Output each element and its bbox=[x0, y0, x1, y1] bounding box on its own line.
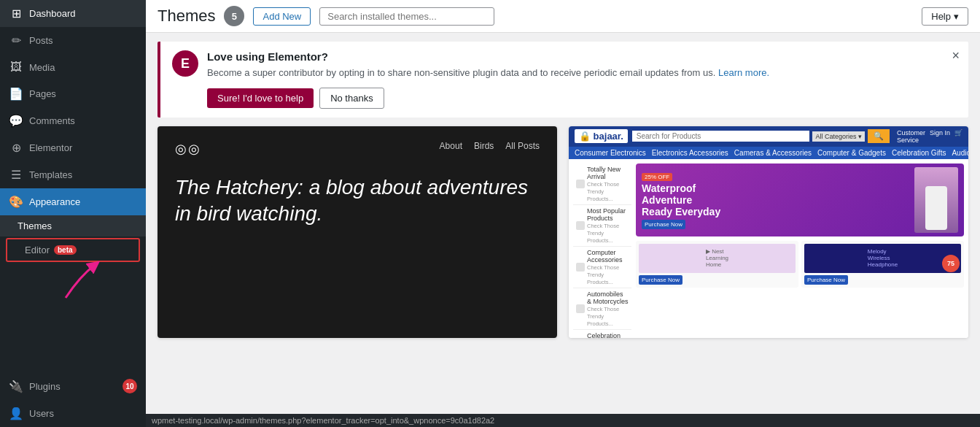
templates-icon: ☰ bbox=[9, 168, 23, 182]
theme-card-hatchery[interactable]: ◎◎ About Birds All Posts The Hatchery: a… bbox=[158, 126, 557, 338]
notice-content: Love using Elementor? Become a super con… bbox=[207, 50, 957, 109]
bajaar-cat-1: Totally New ArrivalCheck Those Trendy Pr… bbox=[573, 164, 631, 205]
hatchery-preview: ◎◎ About Birds All Posts The Hatchery: a… bbox=[158, 126, 557, 338]
status-url: wpmet-testing.local/wp-admin/themes.php?… bbox=[152, 416, 494, 425]
hatchery-nav-birds: Birds bbox=[474, 141, 494, 157]
notice-text: Become a super contributor by opting in … bbox=[207, 66, 957, 80]
hatchery-logo: ◎◎ bbox=[175, 141, 201, 157]
bajaar-discount-badge: 25% OFF bbox=[642, 173, 672, 181]
themes-grid: ◎◎ About Birds All Posts The Hatchery: a… bbox=[146, 126, 980, 350]
bajaar-banner-text: 25% OFF WaterproofAdventureReady Everyda… bbox=[642, 170, 909, 229]
bajaar-header-links: CustomerService Sign In 🛒 bbox=[897, 129, 962, 144]
add-new-button[interactable]: Add New bbox=[253, 7, 311, 26]
bajaar-banner: 25% OFF WaterproofAdventureReady Everyda… bbox=[636, 164, 964, 236]
bajaar-content: Totally New ArrivalCheck Those Trendy Pr… bbox=[569, 159, 968, 338]
bajaar-nav-computer: Computer & Gadgets bbox=[817, 149, 886, 157]
sidebar-subitem-editor-beta[interactable]: Editor beta bbox=[6, 238, 140, 262]
chevron-down-icon: ▾ bbox=[954, 11, 959, 22]
bajaar-cat-2: Most Popular ProductsCheck Those Trendy … bbox=[573, 205, 631, 247]
opt-in-button[interactable]: Sure! I'd love to help bbox=[207, 88, 314, 108]
sidebar-subitem-themes[interactable]: Themes bbox=[0, 215, 146, 236]
bajaar-search-input bbox=[632, 131, 810, 142]
sidebar: ⊞ Dashboard ✏ Posts 🖼 Media 📄 Pages 💬 Co… bbox=[0, 0, 146, 427]
plugins-badge: 10 bbox=[122, 379, 137, 393]
bajaar-header: 🔒 bajaar. All Categories ▾ 🔍 CustomerSer… bbox=[569, 126, 968, 147]
hatchery-nav-about: About bbox=[440, 141, 462, 157]
sidebar-item-dashboard[interactable]: ⊞ Dashboard bbox=[0, 0, 146, 27]
bajaar-nav-gifts: Celebration Gifts bbox=[892, 149, 946, 157]
search-input[interactable] bbox=[319, 7, 494, 26]
bajaar-prod-2-btn: Purchase Now bbox=[804, 275, 848, 285]
close-notice-button[interactable]: × bbox=[952, 49, 960, 62]
theme-card-bajaar[interactable]: 🔒 bajaar. All Categories ▾ 🔍 CustomerSer… bbox=[569, 126, 968, 338]
bajaar-nav-cameras: Cameras & Accessories bbox=[734, 149, 812, 157]
bajaar-search-button: 🔍 bbox=[868, 129, 890, 143]
sidebar-item-comments[interactable]: 💬 Comments bbox=[0, 107, 146, 134]
pages-icon: 📄 bbox=[9, 87, 23, 101]
statusbar: wpmet-testing.local/wp-admin/themes.php?… bbox=[146, 414, 980, 427]
page-title: Themes bbox=[158, 7, 215, 26]
comments-icon: 💬 bbox=[9, 114, 23, 128]
bajaar-banner-image bbox=[914, 167, 958, 233]
bajaar-purchase-btn: Purchase Now bbox=[642, 220, 685, 229]
notice-title: Love using Elementor? bbox=[207, 50, 957, 63]
beta-badge: beta bbox=[54, 245, 77, 255]
dashboard-icon: ⊞ bbox=[9, 7, 23, 20]
bajaar-banner-title: WaterproofAdventureReady Everyday bbox=[642, 182, 909, 218]
bajaar-prod-1-btn: Purchase Now bbox=[639, 275, 682, 285]
no-thanks-button[interactable]: No thanks bbox=[319, 88, 384, 109]
elementor-logo-icon: E bbox=[172, 50, 198, 77]
sidebar-item-pages[interactable]: 📄 Pages bbox=[0, 80, 146, 107]
bajaar-nav-electronics: Electronics Accessories bbox=[652, 149, 728, 157]
topbar: Themes 5 Add New Help ▾ bbox=[146, 0, 980, 33]
help-button[interactable]: Help ▾ bbox=[922, 7, 968, 26]
hatchery-headline: The Hatchery: a blog about adventures in… bbox=[175, 174, 540, 228]
media-icon: 🖼 bbox=[9, 61, 23, 74]
content-area: E Love using Elementor? Become a super c… bbox=[146, 33, 980, 414]
posts-icon: ✏ bbox=[9, 34, 23, 47]
bajaar-cat-4: Automobiles & MotorcyclesCheck Those Tre… bbox=[573, 288, 631, 330]
bajaar-products: ▶ NestLearningHome Purchase Now MelodyWi… bbox=[636, 241, 964, 288]
bajaar-prod-2: MelodyWirelessHeadphone 75 Purchase Now bbox=[801, 241, 964, 288]
themes-count-badge: 5 bbox=[224, 6, 244, 26]
elementor-notice-banner: E Love using Elementor? Become a super c… bbox=[158, 42, 968, 118]
sidebar-item-users[interactable]: 👤 Users bbox=[0, 400, 146, 427]
bajaar-preview: 🔒 bajaar. All Categories ▾ 🔍 CustomerSer… bbox=[569, 126, 968, 338]
notice-actions: Sure! I'd love to help No thanks bbox=[207, 88, 957, 109]
hatchery-nav: About Birds All Posts bbox=[440, 141, 540, 157]
bajaar-cat-5: Celebration GiftsCheck Those Trendy Prod… bbox=[573, 330, 631, 338]
sidebar-item-elementor[interactable]: ⊕ Elementor bbox=[0, 134, 146, 161]
bajaar-header-link2: Sign In bbox=[930, 129, 950, 144]
bajaar-header-link3: 🛒 bbox=[954, 129, 962, 144]
bajaar-nav2: Consumer Electronics Electronics Accesso… bbox=[569, 147, 968, 159]
elementor-icon: ⊕ bbox=[9, 141, 23, 155]
plugins-icon: 🔌 bbox=[9, 380, 23, 393]
sidebar-item-plugins[interactable]: 🔌 Plugins 10 bbox=[0, 372, 146, 400]
bajaar-nav-consumer: Consumer Electronics bbox=[575, 149, 646, 157]
sidebar-item-posts[interactable]: ✏ Posts bbox=[0, 27, 146, 54]
bajaar-category-select: All Categories ▾ bbox=[812, 131, 865, 142]
sidebar-item-appearance[interactable]: 🎨 Appearance bbox=[0, 188, 146, 215]
bajaar-main: 25% OFF WaterproofAdventureReady Everyda… bbox=[636, 164, 964, 338]
hatchery-nav-allposts: All Posts bbox=[505, 141, 540, 157]
bajaar-logo: 🔒 bajaar. bbox=[575, 129, 628, 143]
bajaar-search: All Categories ▾ 🔍 bbox=[632, 129, 890, 143]
sidebar-item-templates[interactable]: ☰ Templates bbox=[0, 161, 146, 188]
bajaar-categories: Totally New ArrivalCheck Those Trendy Pr… bbox=[573, 164, 631, 338]
hatchery-topbar: ◎◎ About Birds All Posts bbox=[175, 141, 540, 157]
appearance-icon: 🎨 bbox=[9, 195, 23, 209]
bajaar-prod-2-badge: 75 bbox=[942, 255, 960, 272]
users-icon: 👤 bbox=[9, 407, 23, 420]
bajaar-nav-audio: Audio Equipment bbox=[952, 149, 968, 157]
main-area: Themes 5 Add New Help ▾ E Love using Ele… bbox=[146, 0, 980, 427]
learn-more-link[interactable]: Learn more. bbox=[718, 67, 769, 78]
sidebar-item-media[interactable]: 🖼 Media bbox=[0, 54, 146, 80]
bajaar-cat-3: Computer AccessoriesCheck Those Trendy P… bbox=[573, 247, 631, 288]
bajaar-prod-1: ▶ NestLearningHome Purchase Now bbox=[636, 241, 798, 288]
bajaar-header-link1: CustomerService bbox=[897, 129, 925, 144]
